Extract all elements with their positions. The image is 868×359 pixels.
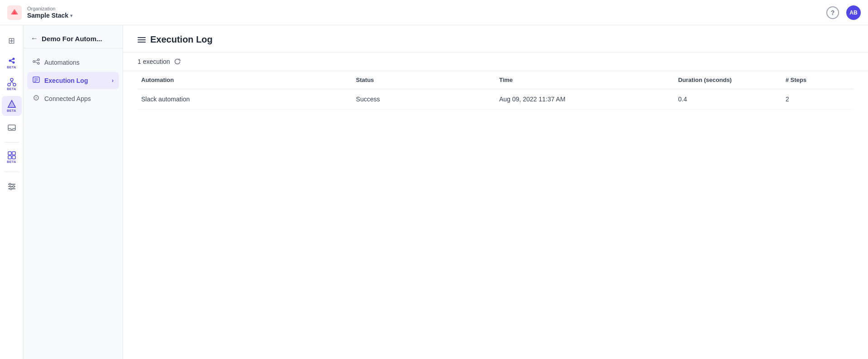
- cell-time: Aug 09, 2022 11:37 AM: [496, 89, 675, 110]
- main-layout: ⊞ BETA BETA: [0, 25, 868, 359]
- nav-panel-header: ← Demo For Autom...: [24, 25, 123, 48]
- inbox-icon: [7, 123, 16, 132]
- sidebar-item-beta4[interactable]: BETA: [2, 147, 22, 167]
- nav-item-automations-label: Automations: [44, 59, 80, 66]
- col-header-duration: Duration (seconds): [674, 71, 782, 89]
- sidebar-item-inbox[interactable]: [2, 118, 22, 138]
- col-header-time: Time: [496, 71, 675, 89]
- org-name[interactable]: Sample Stack ▾: [27, 12, 72, 19]
- grid-icon: ⊞: [8, 36, 15, 46]
- nav-panel-title: Demo For Autom...: [42, 35, 102, 43]
- icon-sidebar: ⊞ BETA BETA: [0, 25, 24, 359]
- refresh-icon: [174, 58, 181, 65]
- refresh-button[interactable]: [174, 58, 181, 65]
- cell-automation: Slack automation: [138, 89, 353, 110]
- col-header-steps: # Steps: [782, 71, 854, 89]
- svg-rect-19: [12, 156, 15, 159]
- top-header: Organization Sample Stack ▾ ? AB: [0, 0, 868, 25]
- settings-icon: [7, 182, 16, 191]
- header-right: ? AB: [826, 5, 861, 20]
- nav-item-automations[interactable]: Automations: [27, 54, 119, 71]
- col-header-status: Status: [353, 71, 496, 89]
- sidebar-item-settings[interactable]: [2, 177, 22, 196]
- svg-point-27: [38, 59, 39, 61]
- svg-line-30: [35, 62, 38, 63]
- beta-tag-3: BETA: [7, 109, 16, 112]
- beta-tag-4: BETA: [7, 160, 16, 163]
- beta3-icon: [7, 100, 16, 109]
- org-info: Organization Sample Stack ▾: [27, 6, 72, 19]
- sidebar-item-beta3[interactable]: BETA: [2, 96, 22, 116]
- help-button[interactable]: ?: [826, 6, 839, 19]
- beta1-icon: [7, 56, 16, 65]
- svg-point-36: [35, 97, 37, 99]
- sidebar-divider: [5, 142, 19, 143]
- col-header-automation: Automation: [138, 71, 353, 89]
- nav-item-connected-apps-label: Connected Apps: [44, 95, 91, 102]
- content-title: Execution Log: [150, 34, 213, 45]
- header-left: Organization Sample Stack ▾: [7, 5, 72, 20]
- svg-point-6: [10, 78, 13, 81]
- table-body: Slack automation Success Aug 09, 2022 11…: [138, 89, 854, 110]
- svg-point-23: [9, 183, 11, 185]
- execution-bar: 1 execution: [123, 53, 868, 71]
- cell-duration: 0.4: [674, 89, 782, 110]
- nav-item-execution-log[interactable]: Execution Log ›: [27, 72, 119, 89]
- svg-point-28: [38, 62, 39, 64]
- org-label: Organization: [27, 6, 72, 12]
- svg-line-29: [35, 60, 38, 61]
- svg-rect-18: [8, 156, 11, 159]
- beta2-icon: [7, 78, 16, 87]
- logo-icon: [7, 5, 22, 20]
- cell-steps: 2: [782, 89, 854, 110]
- svg-point-7: [8, 83, 10, 86]
- sidebar-item-beta2[interactable]: BETA: [2, 74, 22, 94]
- svg-point-26: [33, 61, 35, 62]
- nav-item-connected-apps[interactable]: Connected Apps: [27, 90, 119, 107]
- back-button[interactable]: ←: [31, 34, 38, 43]
- sidebar-item-grid[interactable]: ⊞: [2, 31, 22, 51]
- automations-icon: [33, 58, 40, 67]
- table-header: Automation Status Time Duration (seconds…: [138, 71, 854, 89]
- table-header-row: Automation Status Time Duration (seconds…: [138, 71, 854, 89]
- nav-items: Automations Execution Log: [24, 48, 123, 113]
- content-area: Execution Log 1 execution Automation Sta…: [123, 25, 868, 359]
- execution-count: 1 execution: [138, 58, 170, 65]
- svg-rect-17: [12, 152, 15, 155]
- table-area: Automation Status Time Duration (seconds…: [123, 71, 868, 359]
- table-row[interactable]: Slack automation Success Aug 09, 2022 11…: [138, 89, 854, 110]
- beta4-icon: [7, 151, 16, 160]
- beta-tag-2: BETA: [7, 87, 16, 91]
- cell-status: Success: [353, 89, 496, 110]
- nav-item-execution-label: Execution Log: [44, 77, 88, 84]
- org-dropdown-arrow: ▾: [70, 13, 72, 18]
- hamburger-icon[interactable]: [138, 37, 146, 43]
- svg-point-8: [13, 83, 16, 86]
- execution-log-icon: [33, 76, 40, 85]
- connected-apps-icon: [33, 94, 40, 103]
- svg-line-9: [10, 81, 12, 84]
- beta-tag-1: BETA: [7, 66, 16, 69]
- svg-point-25: [10, 188, 12, 190]
- execution-chevron: ›: [112, 77, 114, 84]
- svg-rect-16: [8, 152, 11, 155]
- svg-line-10: [12, 81, 13, 84]
- nav-panel: ← Demo For Autom... Automati: [24, 25, 123, 359]
- avatar-button[interactable]: AB: [846, 5, 861, 20]
- content-header: Execution Log: [123, 25, 868, 53]
- svg-point-24: [13, 186, 14, 187]
- sidebar-item-beta1[interactable]: BETA: [2, 53, 22, 72]
- sidebar-divider-2: [5, 172, 19, 172]
- execution-table: Automation Status Time Duration (seconds…: [138, 71, 854, 110]
